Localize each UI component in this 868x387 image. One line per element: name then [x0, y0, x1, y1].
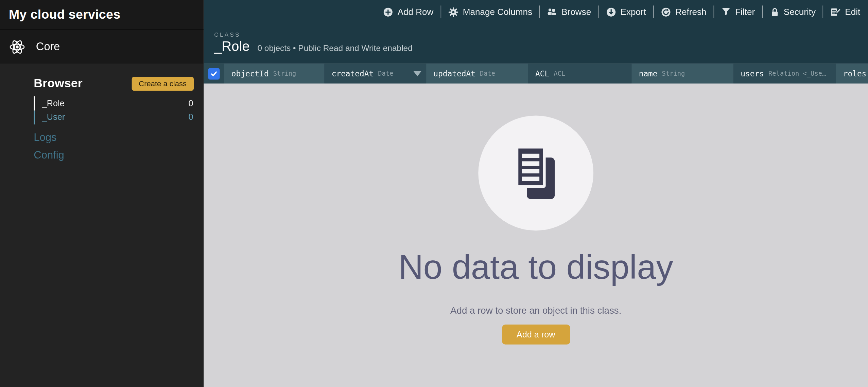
- class-name-label: _User: [42, 112, 65, 122]
- app-title: My cloud services: [9, 7, 120, 22]
- toolbar-separator: [539, 5, 540, 18]
- browse-button[interactable]: Browse: [547, 7, 591, 17]
- app-window: My cloud services Core Browser Create a …: [0, 0, 868, 387]
- toolbar: Add Row: [204, 0, 868, 24]
- toolbar-separator: [653, 5, 654, 18]
- class-count-badge: 0: [188, 112, 193, 122]
- table-body-area: No data to display Add a row to store an…: [204, 84, 868, 387]
- class-list: _Role 0 _User 0: [34, 96, 204, 124]
- column-header-roles[interactable]: roles: [836, 63, 868, 84]
- column-header-objectid[interactable]: objectId String: [224, 63, 325, 84]
- class-list-item-user[interactable]: _User 0: [34, 110, 204, 125]
- add-row-icon: [383, 7, 393, 17]
- documents-icon: [515, 145, 557, 201]
- column-header-users[interactable]: users Relation <_Use…: [733, 63, 836, 84]
- sidebar-item-config[interactable]: Config: [34, 149, 64, 162]
- class-eyebrow: CLASS: [214, 31, 868, 38]
- main-panel: Add Row: [204, 0, 868, 387]
- toolbar-separator: [441, 5, 441, 18]
- browser-heading: Browser: [34, 76, 82, 91]
- manage-columns-button[interactable]: Manage Columns: [448, 7, 532, 17]
- filter-icon: [721, 7, 731, 17]
- check-icon: [210, 70, 218, 77]
- gear-icon: [448, 7, 458, 17]
- empty-state: No data to display Add a row to store an…: [204, 84, 868, 345]
- security-button[interactable]: Security: [770, 7, 816, 17]
- edit-icon: [831, 7, 840, 17]
- class-name-label: _Role: [42, 98, 65, 108]
- class-summary: 0 objects • Public Read and Write enable…: [257, 43, 412, 53]
- column-header-acl[interactable]: ACL ACL: [528, 63, 632, 84]
- class-count-badge: 0: [188, 98, 193, 108]
- empty-state-badge: [478, 115, 593, 231]
- create-class-button[interactable]: Create a class: [132, 77, 194, 91]
- sidebar-item-core[interactable]: Core: [0, 30, 204, 63]
- select-all-checkbox[interactable]: [208, 68, 220, 79]
- app-title-bar: My cloud services: [0, 0, 204, 30]
- class-list-item-role[interactable]: _Role 0: [34, 96, 204, 110]
- sort-desc-icon[interactable]: [414, 71, 421, 76]
- sidebar-item-core-label: Core: [36, 40, 60, 53]
- toolbar-separator: [714, 5, 714, 18]
- select-all-cell: [204, 63, 224, 84]
- column-header-updatedat[interactable]: updatedAt Date: [426, 63, 528, 84]
- toolbar-separator: [823, 5, 823, 18]
- column-header-createdat[interactable]: createdAt Date: [324, 63, 426, 84]
- topbar: Add Row: [204, 0, 868, 63]
- export-icon: [606, 7, 616, 17]
- sidebar-item-logs[interactable]: Logs: [34, 132, 56, 144]
- refresh-button[interactable]: Refresh: [661, 7, 707, 17]
- column-header-name[interactable]: name String: [631, 63, 733, 84]
- add-row-button[interactable]: Add Row: [383, 7, 433, 17]
- empty-state-title: No data to display: [399, 247, 673, 287]
- class-header: CLASS _Role 0 objects • Public Read and …: [204, 24, 868, 54]
- atom-icon: [9, 38, 25, 55]
- edit-button[interactable]: Edit: [831, 7, 860, 17]
- add-a-row-button[interactable]: Add a row: [502, 325, 570, 345]
- export-button[interactable]: Export: [606, 7, 646, 17]
- people-icon: [547, 7, 557, 17]
- refresh-icon: [661, 7, 671, 17]
- empty-state-subtitle: Add a row to store an object in this cla…: [450, 305, 621, 316]
- toolbar-separator: [762, 5, 763, 18]
- filter-button[interactable]: Filter: [721, 7, 755, 17]
- table-header-row: objectId String createdAt Date updatedAt…: [204, 63, 868, 84]
- class-title: _Role: [214, 39, 249, 54]
- lock-icon: [770, 7, 779, 17]
- toolbar-separator: [598, 5, 599, 18]
- sidebar-body: Browser Create a class _Role 0 _User 0 L…: [0, 63, 204, 387]
- sidebar: My cloud services Core Browser Create a …: [0, 0, 204, 387]
